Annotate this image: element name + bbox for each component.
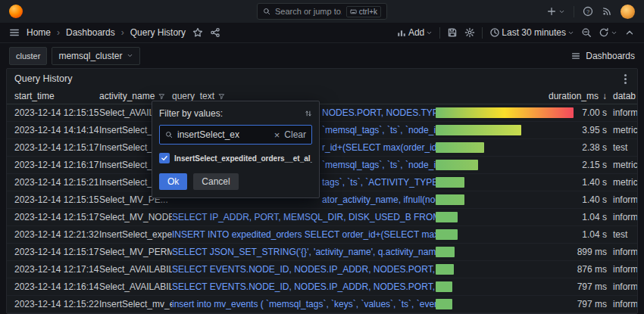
cell-query-text-link[interactable]: SELECT IP_ADDR, PORT, MEMSQL_DIR, DISK_U…	[172, 212, 436, 222]
cell-database: inform	[613, 212, 638, 222]
duration-bar	[436, 177, 464, 188]
cell-database: inform	[613, 264, 638, 275]
divider	[482, 27, 483, 39]
cell-start-time: 2023-12-14 12:15:15	[14, 107, 99, 118]
time-range-picker[interactable]: Last 30 minutes	[489, 27, 574, 38]
duration-bar	[436, 264, 454, 275]
cell-start-time: 2023-12-14 12:15:21	[14, 177, 99, 188]
cell-database: inform	[613, 247, 638, 257]
chevron-down-icon	[567, 30, 574, 36]
save-icon[interactable]	[447, 27, 458, 38]
filter-option-label: InsertSelect_expedited_orders__et_al_4be…	[174, 154, 312, 163]
filter-values-search-input[interactable]: insertSelect_ex × Clear	[159, 125, 312, 145]
refresh-icon	[599, 27, 609, 38]
filter-funnel-icon[interactable]	[158, 93, 165, 100]
cell-duration-ms: 899 ms	[577, 247, 613, 257]
filter-option[interactable]: InsertSelect_expedited_orders__et_al_4be…	[159, 153, 312, 163]
cell-database: inform	[613, 107, 638, 118]
cell-activity-name: Select_AVAILABILI...	[99, 281, 172, 292]
filter-funnel-icon[interactable]	[218, 93, 225, 100]
panel-menu-kebab-icon[interactable]	[621, 73, 630, 85]
chart-icon	[396, 27, 407, 38]
cell-start-time: 2023-12-14 12:16:17	[14, 160, 99, 170]
refresh-button[interactable]	[599, 27, 617, 38]
share-icon[interactable]	[210, 27, 220, 38]
sort-values-icon[interactable]	[305, 110, 312, 117]
cell-query-text-link[interactable]: INSERT INTO expedited_orders SELECT orde…	[172, 229, 436, 240]
add-panel-button[interactable]: Add	[396, 27, 433, 38]
breadcrumb-dashboards[interactable]: Dashboards	[66, 27, 115, 38]
table-row: 2023-12-14 12:15:17 Select_MV_NODE... SE…	[7, 209, 637, 226]
search-icon	[165, 131, 173, 138]
cell-database: inform	[613, 281, 638, 292]
clock-icon	[489, 27, 500, 38]
news-button[interactable]	[602, 6, 612, 17]
chevron-right-icon: ›	[57, 27, 60, 38]
cell-duration-ms: 2.38 s	[577, 142, 613, 153]
checkbox-checked[interactable]	[159, 153, 170, 163]
panel-title: Query History	[14, 73, 72, 84]
add-label: Add	[408, 27, 424, 38]
help-icon: ?	[583, 6, 593, 17]
divider	[439, 27, 440, 39]
breadcrumb-current[interactable]: Query History	[130, 27, 186, 38]
user-avatar[interactable]	[621, 5, 635, 19]
cell-duration-ms: 2.15 s	[577, 160, 613, 170]
cell-start-time: 2023-12-14 12:15:17	[14, 142, 99, 153]
cell-duration-gauge	[436, 142, 577, 153]
table-row: 2023-12-14 12:15:15 Select_MV_PE... ator…	[7, 191, 637, 209]
help-button[interactable]: ?	[583, 6, 593, 17]
zoom-out-icon[interactable]	[581, 27, 592, 38]
clear-x-icon[interactable]: ×	[274, 129, 280, 141]
cell-duration-gauge	[436, 194, 577, 205]
cancel-button[interactable]: Cancel	[193, 173, 238, 190]
clear-button[interactable]: Clear	[284, 129, 306, 140]
ok-button[interactable]: Ok	[159, 173, 187, 190]
grafana-logo[interactable]	[9, 5, 23, 18]
cell-activity-name: InsertSelect_expe...	[99, 229, 172, 240]
table-row: 2023-12-14 14:14:14 InsertSelect_q... `m…	[7, 122, 637, 139]
search-input[interactable]: Search or jump to... ctrl+k	[257, 3, 387, 20]
chevron-down-icon	[426, 30, 433, 36]
column-header-query-text[interactable]: query_text	[172, 91, 436, 101]
cell-database: metric	[613, 125, 638, 135]
table-row: 2023-12-14 12:15:17 Select_MV_PERMI... S…	[7, 244, 637, 261]
column-header-activity-name[interactable]: activity_name	[99, 91, 172, 101]
settings-gear-icon[interactable]	[464, 27, 475, 38]
dashboards-link-button[interactable]: Dashboards	[571, 51, 635, 61]
star-icon[interactable]	[192, 27, 203, 38]
cell-query-text-link[interactable]: SELECT EVENTS.NODE_ID, NODES.IP_ADDR, NO…	[172, 264, 436, 275]
cell-duration-ms: 797 ms	[577, 299, 613, 309]
filter-options-list: InsertSelect_expedited_orders__et_al_4be…	[159, 153, 312, 163]
cell-duration-ms: 1.04 s	[577, 229, 613, 240]
cell-duration-ms: 876 ms	[577, 264, 613, 275]
cluster-variable-picker: cluster memsql_cluster	[9, 47, 140, 65]
cell-query-text-link[interactable]: SELECT EVENTS.NODE_ID, NODES.IP_ADDR, NO…	[172, 281, 436, 292]
svg-text:?: ?	[586, 8, 589, 15]
cell-activity-name: Select_AVAILABILI...	[99, 264, 172, 275]
collapse-toolbar-chevron-up-icon[interactable]	[624, 27, 635, 38]
menu-icon[interactable]	[9, 27, 20, 38]
cell-duration-ms: 3.95 s	[577, 125, 613, 135]
chevron-down-icon	[611, 30, 617, 36]
breadcrumb: Home › Dashboards › Query History	[27, 27, 186, 38]
column-header-start-time[interactable]: start_time	[14, 91, 99, 101]
cell-activity-name: Select_MV_PERMI...	[99, 247, 172, 257]
cell-database: metric	[613, 160, 638, 170]
rss-icon	[602, 6, 612, 17]
column-header-duration-ms[interactable]: duration_ms ↓	[436, 91, 613, 101]
cell-start-time: 2023-12-14 12:17:14	[14, 264, 99, 275]
new-menu-button[interactable]	[546, 6, 565, 17]
breadcrumb-home[interactable]: Home	[27, 27, 51, 38]
table-row: 2023-12-14 12:15:21 InsertSelect_a... ta…	[7, 174, 637, 191]
duration-bar	[436, 142, 484, 153]
table-row: 2023-12-14 12:16:17 InsertSelect_q... `m…	[7, 157, 637, 174]
filter-popup-title: Filter by values:	[159, 108, 223, 119]
chevron-right-icon: ›	[121, 27, 124, 38]
column-header-database[interactable]: datab	[613, 91, 638, 101]
cell-query-text-link[interactable]: insert into mv_events ( `memsql_tags`, `…	[172, 299, 436, 309]
cluster-variable-value[interactable]: memsql_cluster	[52, 47, 140, 65]
keyboard-shortcut-badge: ctrl+k	[346, 6, 381, 17]
divider	[574, 6, 574, 17]
cell-query-text-link[interactable]: SELECT JSON_SET_STRING('{}', 'activity_n…	[172, 247, 436, 257]
